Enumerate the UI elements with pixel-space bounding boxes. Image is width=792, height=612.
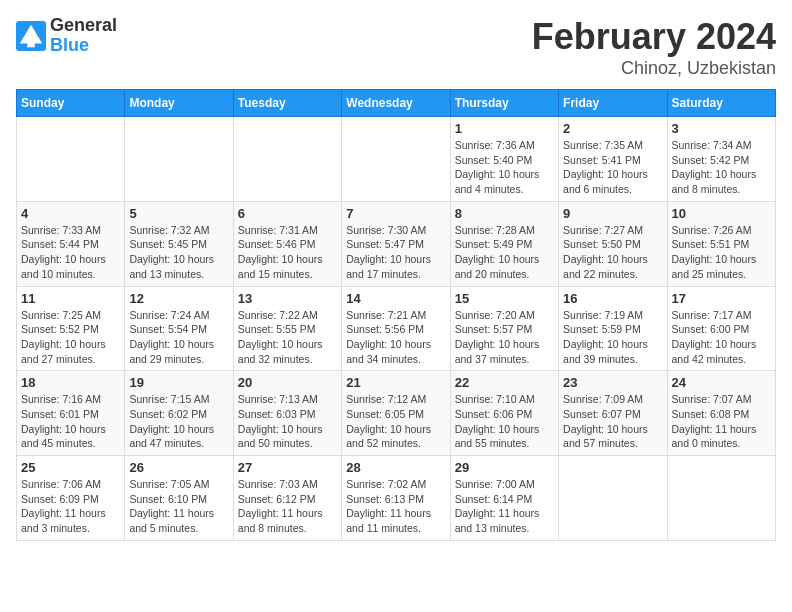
day-number: 2 (563, 121, 662, 136)
day-number: 6 (238, 206, 337, 221)
day-info: Sunrise: 7:26 AM Sunset: 5:51 PM Dayligh… (672, 223, 771, 282)
calendar-cell: 11Sunrise: 7:25 AM Sunset: 5:52 PM Dayli… (17, 286, 125, 371)
calendar-week-0: 1Sunrise: 7:36 AM Sunset: 5:40 PM Daylig… (17, 117, 776, 202)
day-info: Sunrise: 7:16 AM Sunset: 6:01 PM Dayligh… (21, 392, 120, 451)
day-number: 11 (21, 291, 120, 306)
calendar-cell: 15Sunrise: 7:20 AM Sunset: 5:57 PM Dayli… (450, 286, 558, 371)
calendar-subtitle: Chinoz, Uzbekistan (532, 58, 776, 79)
day-info: Sunrise: 7:15 AM Sunset: 6:02 PM Dayligh… (129, 392, 228, 451)
calendar-cell (559, 456, 667, 541)
day-info: Sunrise: 7:25 AM Sunset: 5:52 PM Dayligh… (21, 308, 120, 367)
calendar-cell: 4Sunrise: 7:33 AM Sunset: 5:44 PM Daylig… (17, 201, 125, 286)
day-info: Sunrise: 7:20 AM Sunset: 5:57 PM Dayligh… (455, 308, 554, 367)
day-number: 4 (21, 206, 120, 221)
day-info: Sunrise: 7:34 AM Sunset: 5:42 PM Dayligh… (672, 138, 771, 197)
day-number: 12 (129, 291, 228, 306)
day-info: Sunrise: 7:30 AM Sunset: 5:47 PM Dayligh… (346, 223, 445, 282)
svg-rect-2 (27, 42, 35, 47)
calendar-cell: 1Sunrise: 7:36 AM Sunset: 5:40 PM Daylig… (450, 117, 558, 202)
day-number: 22 (455, 375, 554, 390)
day-info: Sunrise: 7:07 AM Sunset: 6:08 PM Dayligh… (672, 392, 771, 451)
day-number: 3 (672, 121, 771, 136)
day-info: Sunrise: 7:32 AM Sunset: 5:45 PM Dayligh… (129, 223, 228, 282)
logo: General Blue (16, 16, 117, 56)
logo-blue: Blue (50, 36, 117, 56)
header-day-friday: Friday (559, 90, 667, 117)
day-number: 26 (129, 460, 228, 475)
logo-text: General Blue (50, 16, 117, 56)
calendar-cell: 25Sunrise: 7:06 AM Sunset: 6:09 PM Dayli… (17, 456, 125, 541)
calendar-cell: 10Sunrise: 7:26 AM Sunset: 5:51 PM Dayli… (667, 201, 775, 286)
calendar-week-1: 4Sunrise: 7:33 AM Sunset: 5:44 PM Daylig… (17, 201, 776, 286)
header-day-tuesday: Tuesday (233, 90, 341, 117)
day-info: Sunrise: 7:33 AM Sunset: 5:44 PM Dayligh… (21, 223, 120, 282)
day-info: Sunrise: 7:02 AM Sunset: 6:13 PM Dayligh… (346, 477, 445, 536)
day-number: 17 (672, 291, 771, 306)
day-number: 18 (21, 375, 120, 390)
day-info: Sunrise: 7:21 AM Sunset: 5:56 PM Dayligh… (346, 308, 445, 367)
day-info: Sunrise: 7:09 AM Sunset: 6:07 PM Dayligh… (563, 392, 662, 451)
day-number: 28 (346, 460, 445, 475)
header-day-wednesday: Wednesday (342, 90, 450, 117)
calendar-title: February 2024 (532, 16, 776, 58)
day-number: 16 (563, 291, 662, 306)
calendar-cell: 5Sunrise: 7:32 AM Sunset: 5:45 PM Daylig… (125, 201, 233, 286)
calendar-cell: 8Sunrise: 7:28 AM Sunset: 5:49 PM Daylig… (450, 201, 558, 286)
page-header: General Blue February 2024 Chinoz, Uzbek… (16, 16, 776, 79)
day-number: 29 (455, 460, 554, 475)
day-info: Sunrise: 7:22 AM Sunset: 5:55 PM Dayligh… (238, 308, 337, 367)
calendar-cell: 2Sunrise: 7:35 AM Sunset: 5:41 PM Daylig… (559, 117, 667, 202)
calendar-cell: 21Sunrise: 7:12 AM Sunset: 6:05 PM Dayli… (342, 371, 450, 456)
calendar-cell (233, 117, 341, 202)
calendar-cell: 16Sunrise: 7:19 AM Sunset: 5:59 PM Dayli… (559, 286, 667, 371)
calendar-cell: 12Sunrise: 7:24 AM Sunset: 5:54 PM Dayli… (125, 286, 233, 371)
calendar-cell (125, 117, 233, 202)
day-info: Sunrise: 7:05 AM Sunset: 6:10 PM Dayligh… (129, 477, 228, 536)
day-info: Sunrise: 7:06 AM Sunset: 6:09 PM Dayligh… (21, 477, 120, 536)
day-info: Sunrise: 7:13 AM Sunset: 6:03 PM Dayligh… (238, 392, 337, 451)
day-number: 7 (346, 206, 445, 221)
header-row: SundayMondayTuesdayWednesdayThursdayFrid… (17, 90, 776, 117)
day-number: 9 (563, 206, 662, 221)
day-number: 15 (455, 291, 554, 306)
calendar-cell: 20Sunrise: 7:13 AM Sunset: 6:03 PM Dayli… (233, 371, 341, 456)
header-day-saturday: Saturday (667, 90, 775, 117)
calendar-cell: 28Sunrise: 7:02 AM Sunset: 6:13 PM Dayli… (342, 456, 450, 541)
day-number: 23 (563, 375, 662, 390)
title-block: February 2024 Chinoz, Uzbekistan (532, 16, 776, 79)
header-day-sunday: Sunday (17, 90, 125, 117)
calendar-header: SundayMondayTuesdayWednesdayThursdayFrid… (17, 90, 776, 117)
calendar-table: SundayMondayTuesdayWednesdayThursdayFrid… (16, 89, 776, 541)
day-number: 13 (238, 291, 337, 306)
header-day-thursday: Thursday (450, 90, 558, 117)
calendar-cell: 23Sunrise: 7:09 AM Sunset: 6:07 PM Dayli… (559, 371, 667, 456)
day-number: 8 (455, 206, 554, 221)
calendar-cell: 3Sunrise: 7:34 AM Sunset: 5:42 PM Daylig… (667, 117, 775, 202)
day-number: 27 (238, 460, 337, 475)
day-number: 1 (455, 121, 554, 136)
day-info: Sunrise: 7:12 AM Sunset: 6:05 PM Dayligh… (346, 392, 445, 451)
calendar-cell: 17Sunrise: 7:17 AM Sunset: 6:00 PM Dayli… (667, 286, 775, 371)
day-number: 24 (672, 375, 771, 390)
calendar-cell: 13Sunrise: 7:22 AM Sunset: 5:55 PM Dayli… (233, 286, 341, 371)
calendar-cell: 14Sunrise: 7:21 AM Sunset: 5:56 PM Dayli… (342, 286, 450, 371)
calendar-cell: 6Sunrise: 7:31 AM Sunset: 5:46 PM Daylig… (233, 201, 341, 286)
calendar-cell (342, 117, 450, 202)
calendar-body: 1Sunrise: 7:36 AM Sunset: 5:40 PM Daylig… (17, 117, 776, 541)
calendar-cell: 24Sunrise: 7:07 AM Sunset: 6:08 PM Dayli… (667, 371, 775, 456)
calendar-week-3: 18Sunrise: 7:16 AM Sunset: 6:01 PM Dayli… (17, 371, 776, 456)
day-info: Sunrise: 7:36 AM Sunset: 5:40 PM Dayligh… (455, 138, 554, 197)
day-number: 14 (346, 291, 445, 306)
day-info: Sunrise: 7:28 AM Sunset: 5:49 PM Dayligh… (455, 223, 554, 282)
day-info: Sunrise: 7:17 AM Sunset: 6:00 PM Dayligh… (672, 308, 771, 367)
day-info: Sunrise: 7:27 AM Sunset: 5:50 PM Dayligh… (563, 223, 662, 282)
day-number: 25 (21, 460, 120, 475)
calendar-cell (17, 117, 125, 202)
calendar-cell: 22Sunrise: 7:10 AM Sunset: 6:06 PM Dayli… (450, 371, 558, 456)
day-number: 19 (129, 375, 228, 390)
day-info: Sunrise: 7:10 AM Sunset: 6:06 PM Dayligh… (455, 392, 554, 451)
day-info: Sunrise: 7:24 AM Sunset: 5:54 PM Dayligh… (129, 308, 228, 367)
calendar-cell: 9Sunrise: 7:27 AM Sunset: 5:50 PM Daylig… (559, 201, 667, 286)
day-number: 5 (129, 206, 228, 221)
calendar-cell: 26Sunrise: 7:05 AM Sunset: 6:10 PM Dayli… (125, 456, 233, 541)
